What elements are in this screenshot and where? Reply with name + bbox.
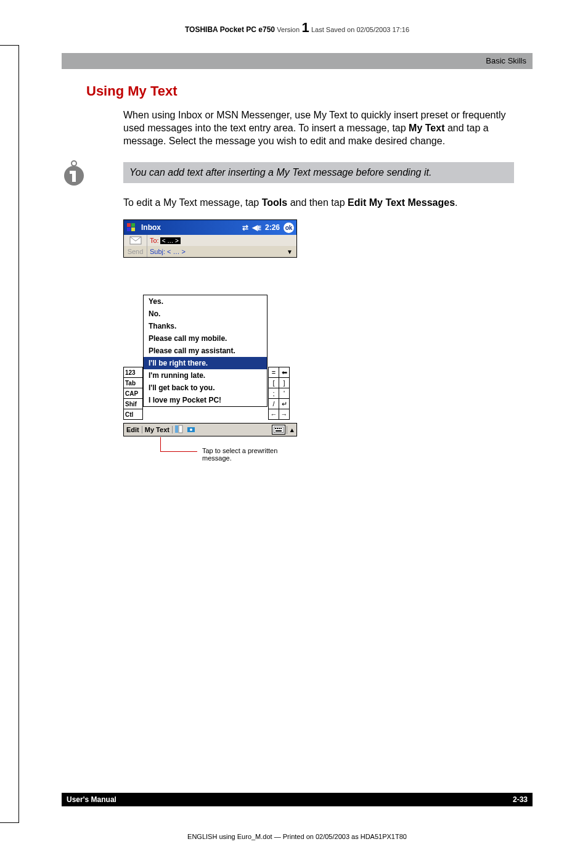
section-title: Basic Skills <box>486 56 526 65</box>
mytext-item[interactable]: I'm running late. <box>144 369 267 382</box>
footer-page-number: 2-33 <box>513 795 528 804</box>
running-header: TOSHIBA Pocket PC e750 Version 1 Last Sa… <box>62 20 533 36</box>
clock-time[interactable]: 2:26 <box>265 223 280 232</box>
callout-line <box>160 437 197 452</box>
app-title: Inbox <box>139 223 242 232</box>
mytext-item[interactable]: I'll get back to you. <box>144 382 267 394</box>
svg-rect-7 <box>127 227 131 231</box>
page-heading: Using My Text <box>86 83 514 99</box>
pocketpc-command-bar: Edit My Text ▴ <box>123 423 297 436</box>
mytext-item[interactable]: No. <box>144 308 267 320</box>
key-tab[interactable]: Tab <box>123 377 143 388</box>
key-enter[interactable]: ↵ <box>279 398 290 409</box>
screenshot-inbox-header: Inbox ⇄ ◀ᴇ 2:26 ok To: < … > Send Subj: … <box>123 219 297 258</box>
send-button[interactable]: Send <box>124 246 147 257</box>
note-box: You can add text after inserting a My Te… <box>123 162 514 183</box>
mytext-popup-menu: Yes. No. Thanks. Please call my mobile. … <box>143 295 267 407</box>
product-name: TOSHIBA Pocket PC e750 <box>185 25 275 34</box>
svg-rect-8 <box>131 227 135 231</box>
keyboard-right-column: =⬅ [] ;' /↵ ←→ <box>269 367 290 420</box>
chevron-down-icon[interactable]: ▼ <box>287 248 296 255</box>
svg-rect-5 <box>127 223 131 227</box>
key-equals[interactable]: = <box>268 367 279 378</box>
subj-label: Subj: <box>147 248 165 255</box>
svg-rect-19 <box>276 430 282 432</box>
edit-instruction: To edit a My Text message, tap Tools and… <box>123 197 514 210</box>
key-ctl[interactable]: Ctl <box>123 409 143 420</box>
to-field[interactable]: < … > <box>160 237 181 244</box>
ok-button[interactable]: ok <box>284 223 294 233</box>
svg-rect-16 <box>277 428 278 429</box>
version-label: Version <box>277 26 300 33</box>
svg-rect-15 <box>275 428 276 429</box>
svg-rect-17 <box>279 428 280 429</box>
key-left[interactable]: ← <box>268 409 279 420</box>
crop-mark <box>18 45 19 823</box>
pocketpc-titlebar: Inbox ⇄ ◀ᴇ 2:26 ok <box>124 220 296 235</box>
speaker-icon[interactable]: ◀ᴇ <box>252 223 261 232</box>
mytext-menu-button[interactable]: My Text <box>142 426 173 433</box>
svg-point-13 <box>190 428 192 431</box>
keyboard-icon[interactable] <box>272 425 285 435</box>
svg-rect-10 <box>175 425 178 433</box>
key-right[interactable]: → <box>279 409 290 420</box>
start-flag-icon[interactable] <box>124 220 139 235</box>
svg-rect-3 <box>70 171 76 174</box>
svg-rect-11 <box>179 425 182 433</box>
key-cap[interactable]: CAP <box>123 388 143 399</box>
intro-paragraph: When using Inbox or MSN Messenger, use M… <box>123 109 514 147</box>
svg-point-4 <box>72 162 76 165</box>
mytext-item[interactable]: Please call my mobile. <box>144 332 267 345</box>
mytext-item[interactable]: Thanks. <box>144 320 267 332</box>
mytext-item-selected[interactable]: I'll be right there. <box>144 357 267 369</box>
crop-mark <box>0 45 18 46</box>
svg-rect-6 <box>131 223 135 227</box>
toolbar-icon[interactable] <box>185 425 197 435</box>
sip-up-icon[interactable]: ▴ <box>287 426 296 434</box>
connection-icon[interactable]: ⇄ <box>242 223 248 232</box>
key-slash[interactable]: / <box>268 398 279 409</box>
key-semicolon[interactable]: ; <box>268 388 279 399</box>
saved-timestamp: Last Saved on 02/05/2003 17:16 <box>311 26 409 33</box>
callout-text: Tap to select a prewritten message. <box>202 447 297 462</box>
svg-rect-18 <box>280 428 282 429</box>
svg-rect-14 <box>274 427 284 433</box>
key-backspace[interactable]: ⬅ <box>279 367 290 378</box>
footer-left: User's Manual <box>67 795 116 804</box>
key-lbracket[interactable]: [ <box>268 377 279 388</box>
mytext-item[interactable]: I love my Pocket PC! <box>144 394 267 406</box>
subj-field[interactable]: < … > <box>167 248 186 255</box>
print-footer: ENGLISH using Euro_M.dot — Printed on 02… <box>62 833 533 840</box>
toolbar-icon[interactable] <box>173 425 185 435</box>
edit-menu[interactable]: Edit <box>124 426 142 433</box>
page-footer-bar: User's Manual 2-33 <box>62 793 533 806</box>
section-bar: Basic Skills <box>62 53 533 69</box>
info-icon <box>59 157 89 188</box>
to-label: To: <box>147 237 159 244</box>
mail-icon[interactable] <box>124 235 147 246</box>
key-rbracket[interactable]: ] <box>279 377 290 388</box>
keyboard-left-column: 123 Tab CAP Shif Ctl <box>123 367 143 420</box>
key-shift[interactable]: Shif <box>123 398 143 409</box>
key-123[interactable]: 123 <box>123 367 143 378</box>
key-quote[interactable]: ' <box>279 388 290 399</box>
crop-mark <box>0 822 18 823</box>
mytext-item[interactable]: Yes. <box>144 295 267 308</box>
mytext-item[interactable]: Please call my assistant. <box>144 345 267 357</box>
version-number: 1 <box>301 20 309 35</box>
